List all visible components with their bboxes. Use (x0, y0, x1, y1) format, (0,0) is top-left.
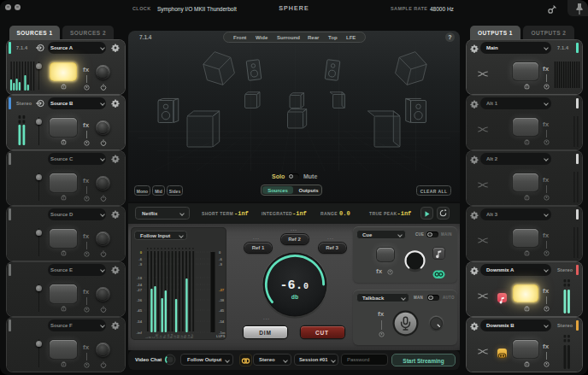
svg-text:-6: -6 (219, 257, 222, 261)
svg-text:0: 0 (140, 250, 143, 255)
svg-text:-6.: -6. (279, 278, 303, 293)
svg-text:-45: -45 (137, 308, 143, 313)
svg-text:LUFS: LUFS (216, 334, 226, 338)
svg-text:-24: -24 (137, 283, 143, 287)
svg-text:-45: -45 (219, 308, 225, 313)
svg-text:-9: -9 (138, 262, 142, 267)
svg-text:-38: -38 (219, 298, 225, 302)
svg-text:-27: -27 (137, 288, 143, 292)
svg-text:0: 0 (219, 250, 221, 255)
svg-text:-6: -6 (138, 257, 142, 261)
svg-text:-18: -18 (137, 276, 143, 280)
svg-text:-9: -9 (219, 262, 222, 267)
svg-text:0: 0 (303, 282, 309, 291)
svg-text:-54: -54 (137, 319, 143, 324)
svg-text:-inf: -inf (136, 331, 142, 335)
svg-text:-27: -27 (219, 288, 225, 292)
svg-text:Rw: Rw (191, 334, 194, 338)
svg-text:db: db (291, 294, 298, 301)
svg-text:-36: -36 (137, 298, 143, 302)
svg-text:-54: -54 (219, 319, 225, 324)
